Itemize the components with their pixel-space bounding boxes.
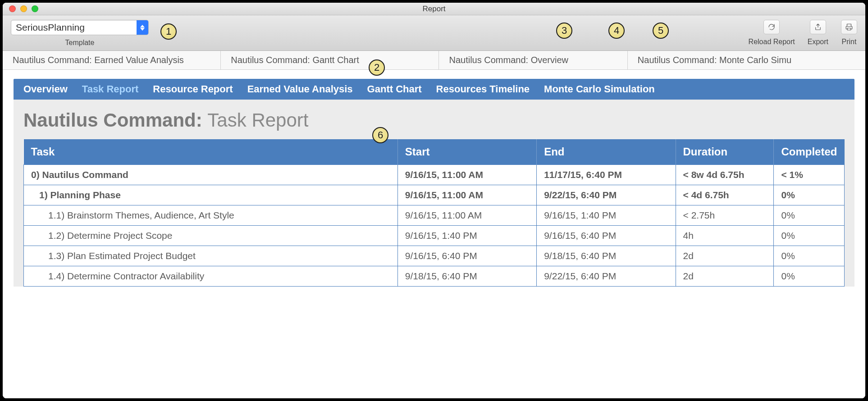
table-row: 1.4) Determine Contractor Availability9/… xyxy=(24,266,845,287)
doc-tab-overview[interactable]: Nautilus Command: Overview xyxy=(439,51,627,69)
cell-start: 9/16/15, 1:40 PM xyxy=(397,226,536,246)
cell-dur: < 8w 4d 6.75h xyxy=(676,165,774,185)
cell-comp: 0% xyxy=(774,226,845,246)
nav-task-report[interactable]: Task Report xyxy=(82,83,139,95)
doc-tab-eva[interactable]: Nautilus Command: Earned Value Analysis xyxy=(3,51,221,69)
callout-5: 5 xyxy=(653,23,669,39)
cell-comp: 0% xyxy=(774,185,845,205)
tasks-table: Task Start End Duration Completed 0) Nau… xyxy=(23,139,845,287)
cell-start: 9/16/15, 11:00 AM xyxy=(397,185,536,205)
template-select[interactable]: SeriousPlanning xyxy=(11,20,149,35)
doc-tab-gantt[interactable]: Nautilus Command: Gantt Chart xyxy=(221,51,439,69)
th-end: End xyxy=(537,139,676,165)
th-completed: Completed xyxy=(774,139,845,165)
table-row: 1.1) Brainstorm Themes, Audience, Art St… xyxy=(24,205,845,226)
cell-start: 9/16/15, 11:00 AM xyxy=(397,165,536,185)
cell-start: 9/18/15, 6:40 PM xyxy=(397,266,536,287)
th-start: Start xyxy=(397,139,536,165)
print-button[interactable] xyxy=(841,20,857,34)
template-value: SeriousPlanning xyxy=(11,22,137,33)
callout-3: 3 xyxy=(556,23,572,39)
cell-end: 9/18/15, 6:40 PM xyxy=(537,246,676,266)
nav-monte-carlo[interactable]: Monte Carlo Simulation xyxy=(544,83,655,95)
printer-icon xyxy=(845,23,853,31)
cell-dur: < 4d 6.75h xyxy=(676,185,774,205)
titlebar: Report xyxy=(3,3,865,15)
cell-start: 9/16/15, 11:00 AM xyxy=(397,205,536,226)
cell-task: 1.3) Plan Estimated Project Budget xyxy=(24,246,398,266)
table-row: 1) Planning Phase9/16/15, 11:00 AM9/22/1… xyxy=(24,185,845,205)
callout-4: 4 xyxy=(608,23,625,39)
table-row: 0) Nautilus Command9/16/15, 11:00 AM11/1… xyxy=(24,165,845,185)
close-button[interactable] xyxy=(9,5,16,12)
cell-task: 1.2) Determine Project Scope xyxy=(24,226,398,246)
cell-comp: 0% xyxy=(774,205,845,226)
th-duration: Duration xyxy=(676,139,774,165)
cell-dur: < 2.75h xyxy=(676,205,774,226)
th-task: Task xyxy=(24,139,398,165)
report-content: Overview Task Report Resource Report Ear… xyxy=(3,70,865,398)
cell-comp: 0% xyxy=(774,246,845,266)
cell-task: 0) Nautilus Command xyxy=(24,165,398,185)
toolbar: SeriousPlanning Template Reload Report xyxy=(3,15,865,51)
cell-dur: 2d xyxy=(676,266,774,287)
export-label: Export xyxy=(808,38,828,46)
nav-resource-report[interactable]: Resource Report xyxy=(153,83,233,95)
nav-resources-timeline[interactable]: Resources Timeline xyxy=(436,83,530,95)
nav-gantt[interactable]: Gantt Chart xyxy=(367,83,422,95)
minimize-button[interactable] xyxy=(20,5,27,12)
nav-eva[interactable]: Earned Value Analysis xyxy=(247,83,353,95)
template-label: Template xyxy=(65,39,95,47)
cell-comp: < 1% xyxy=(774,165,845,185)
report-title: Nautilus Command: Task Report xyxy=(23,109,845,131)
cell-comp: 0% xyxy=(774,266,845,287)
cell-dur: 2d xyxy=(676,246,774,266)
maximize-button[interactable] xyxy=(32,5,38,12)
cell-end: 11/17/15, 6:40 PM xyxy=(537,165,676,185)
export-button[interactable] xyxy=(810,20,826,34)
reload-label: Reload Report xyxy=(749,38,795,46)
nav-overview[interactable]: Overview xyxy=(23,83,68,95)
share-icon xyxy=(814,23,822,31)
reload-icon xyxy=(767,23,776,31)
cell-end: 9/22/15, 6:40 PM xyxy=(537,185,676,205)
callout-6: 6 xyxy=(372,127,388,143)
cell-end: 9/16/15, 1:40 PM xyxy=(537,205,676,226)
cell-task: 1.4) Determine Contractor Availability xyxy=(24,266,398,287)
table-row: 1.3) Plan Estimated Project Budget9/16/1… xyxy=(24,246,845,266)
cell-start: 9/16/15, 6:40 PM xyxy=(397,246,536,266)
cell-dur: 4h xyxy=(676,226,774,246)
report-section-name: Task Report xyxy=(207,109,308,131)
print-label: Print xyxy=(842,38,857,46)
report-nav: Overview Task Report Resource Report Ear… xyxy=(14,79,854,100)
callout-2: 2 xyxy=(369,59,385,76)
report-project-name: Nautilus Command: xyxy=(23,109,202,131)
cell-task: 1.1) Brainstorm Themes, Audience, Art St… xyxy=(24,205,398,226)
report-window: 1 2 3 4 5 6 Report SeriousPlanning Templ… xyxy=(3,3,865,398)
window-title: Report xyxy=(422,5,445,14)
select-chevrons-icon xyxy=(137,20,148,35)
cell-end: 9/16/15, 6:40 PM xyxy=(537,226,676,246)
reload-button[interactable] xyxy=(763,20,780,34)
table-row: 1.2) Determine Project Scope9/16/15, 1:4… xyxy=(24,226,845,246)
callout-1: 1 xyxy=(160,23,177,40)
table-header-row: Task Start End Duration Completed xyxy=(24,139,845,165)
report-body: Nautilus Command: Task Report Task Start… xyxy=(14,100,854,287)
doc-tab-montecarlo[interactable]: Nautilus Command: Monte Carlo Simu xyxy=(628,51,865,69)
cell-end: 9/22/15, 6:40 PM xyxy=(537,266,676,287)
cell-task: 1) Planning Phase xyxy=(24,185,398,205)
document-tabs: Nautilus Command: Earned Value Analysis … xyxy=(3,51,865,70)
